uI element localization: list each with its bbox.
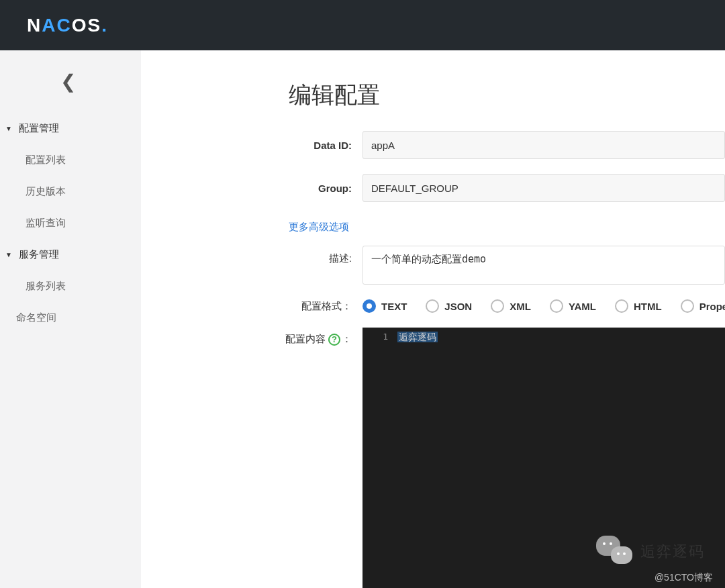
field-data-id: Data ID: bbox=[141, 131, 725, 159]
logo-ac: AC bbox=[42, 15, 71, 36]
radio-selected-icon bbox=[362, 299, 376, 313]
group-input[interactable] bbox=[362, 174, 725, 202]
logo-dot: . bbox=[101, 15, 108, 36]
format-option-yaml[interactable]: YAML bbox=[550, 299, 596, 313]
sidebar-item-history[interactable]: 历史版本 bbox=[0, 176, 141, 207]
sidebar-item-config-list[interactable]: 配置列表 bbox=[0, 144, 141, 176]
wechat-text: 逅弈逐码 bbox=[640, 542, 705, 562]
radio-icon bbox=[550, 299, 563, 313]
sidebar: ❮ ▼ 配置管理 配置列表 历史版本 监听查询 ▼ 服务管理 服务列表 命名空间 bbox=[0, 50, 141, 588]
editor-content[interactable]: 逅弈逐码 bbox=[397, 332, 438, 344]
body: ❮ ▼ 配置管理 配置列表 历史版本 监听查询 ▼ 服务管理 服务列表 命名空间… bbox=[0, 50, 725, 588]
wechat-watermark-badge: 逅弈逐码 bbox=[596, 536, 705, 568]
format-option-label: Properties bbox=[699, 301, 725, 312]
advanced-options-link[interactable]: 更多高级选项 bbox=[141, 217, 725, 246]
format-option-label: JSON bbox=[444, 301, 472, 312]
format-option-xml[interactable]: XML bbox=[491, 299, 531, 313]
line-number: 1 bbox=[362, 328, 395, 342]
sidebar-item-namespace[interactable]: 命名空间 bbox=[0, 302, 141, 334]
sidebar-group-label: 配置管理 bbox=[19, 122, 59, 135]
content-label-text: 配置内容 bbox=[285, 333, 326, 344]
radio-icon bbox=[681, 299, 694, 313]
nacos-logo: NACOS. bbox=[27, 15, 108, 36]
editor-text-line: 逅弈逐码 bbox=[397, 332, 438, 342]
format-option-label: HTML bbox=[634, 301, 662, 312]
wechat-icon bbox=[596, 536, 634, 568]
field-group: Group: bbox=[141, 174, 725, 202]
content-label: 配置内容?： bbox=[141, 328, 362, 346]
radio-icon bbox=[615, 299, 628, 313]
format-option-label: XML bbox=[510, 301, 531, 312]
sidebar-group-service[interactable]: ▼ 服务管理 bbox=[0, 239, 141, 271]
editor-gutter: 1 bbox=[362, 328, 395, 588]
data-id-input[interactable] bbox=[362, 131, 725, 159]
main-content: 编辑配置 Data ID: Group: 更多高级选项 描述: 一个简单的动态配… bbox=[141, 50, 725, 588]
field-description: 描述: 一个简单的动态配置demo bbox=[141, 246, 725, 285]
format-option-properties[interactable]: Properties bbox=[681, 299, 725, 313]
format-option-label: YAML bbox=[569, 301, 596, 312]
top-header: NACOS. bbox=[0, 0, 725, 50]
caret-down-icon: ▼ bbox=[5, 251, 12, 258]
caret-down-icon: ▼ bbox=[5, 125, 12, 132]
sidebar-item-service-list[interactable]: 服务列表 bbox=[0, 271, 141, 302]
format-label: 配置格式： bbox=[141, 300, 362, 313]
format-option-html[interactable]: HTML bbox=[615, 299, 662, 313]
radio-icon bbox=[426, 299, 439, 313]
logo-n: N bbox=[27, 15, 42, 36]
format-option-label: TEXT bbox=[381, 301, 407, 312]
format-option-json[interactable]: JSON bbox=[426, 299, 472, 313]
page-title: 编辑配置 bbox=[289, 66, 725, 131]
format-option-text[interactable]: TEXT bbox=[362, 299, 407, 313]
content-colon: ： bbox=[342, 333, 352, 344]
sidebar-group-label: 服务管理 bbox=[19, 248, 59, 261]
data-id-label: Data ID: bbox=[141, 140, 362, 151]
sidebar-item-listener[interactable]: 监听查询 bbox=[0, 207, 141, 239]
description-label: 描述: bbox=[141, 246, 362, 265]
watermark-text: @51CTO博客 bbox=[655, 572, 713, 584]
logo-os: OS bbox=[72, 15, 101, 36]
radio-icon bbox=[491, 299, 504, 313]
format-radio-group: TEXT JSON XML YAML HTML Properties bbox=[362, 299, 725, 313]
group-label: Group: bbox=[141, 183, 362, 194]
sidebar-group-config[interactable]: ▼ 配置管理 bbox=[0, 113, 141, 144]
description-input[interactable]: 一个简单的动态配置demo bbox=[362, 246, 725, 285]
help-icon[interactable]: ? bbox=[328, 334, 340, 346]
collapse-icon[interactable]: ❮ bbox=[60, 70, 74, 93]
field-format: 配置格式： TEXT JSON XML YAML HTML Properties bbox=[141, 299, 725, 313]
